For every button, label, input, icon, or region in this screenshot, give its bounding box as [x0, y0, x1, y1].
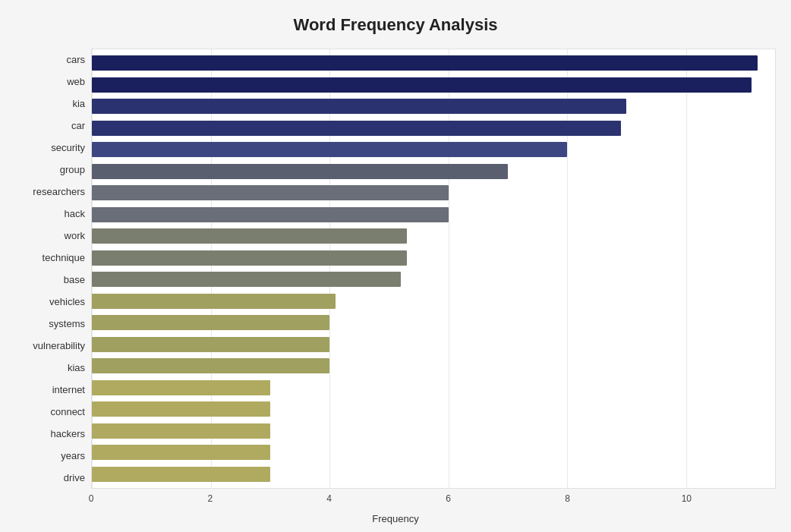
bar-row [92, 225, 775, 247]
chart-container: Word Frequency Analysis carswebkiacarsec… [0, 0, 791, 532]
chart-title: Word Frequency Analysis [15, 15, 776, 35]
chart-area: carswebkiacarsecuritygroupresearchershac… [15, 49, 776, 489]
y-label: connect [50, 407, 85, 417]
x-ticks: 0246810 [91, 493, 776, 508]
y-label: systems [49, 319, 85, 329]
bar [92, 358, 329, 373]
y-label: web [67, 77, 85, 87]
bar-row [92, 269, 775, 291]
y-label: drive [64, 473, 85, 483]
bar-row [92, 161, 775, 183]
x-tick: 10 [682, 493, 692, 504]
y-label: researchers [33, 187, 85, 197]
x-axis-area: 0246810 Frequency [15, 493, 776, 524]
bar [92, 55, 758, 71]
bars-area [91, 49, 776, 489]
bars-inner [92, 49, 775, 488]
x-tick: 6 [446, 493, 451, 504]
y-label: car [71, 121, 85, 131]
y-label: technique [43, 253, 85, 263]
bar-row [92, 74, 775, 96]
x-tick: 8 [565, 493, 570, 504]
bar [92, 185, 449, 200]
bar [92, 423, 270, 439]
bar [92, 121, 621, 136]
bar-row [92, 312, 775, 334]
y-label: base [64, 275, 85, 285]
bar-row [92, 420, 775, 442]
bar [92, 99, 626, 114]
bar-row [92, 377, 775, 399]
y-label: internet [52, 385, 85, 395]
bar [92, 445, 270, 460]
y-label: hackers [50, 429, 85, 439]
bar [92, 337, 329, 352]
bar-row [92, 96, 775, 118]
bar-row [92, 291, 775, 313]
bar-row [92, 442, 775, 464]
bar [92, 250, 407, 266]
x-tick: 2 [208, 493, 213, 504]
bar [92, 401, 270, 417]
bar-row [92, 464, 775, 486]
bar [92, 77, 752, 93]
y-label: hack [65, 209, 85, 219]
y-label: vulnerability [33, 341, 85, 351]
bar [92, 315, 329, 330]
bar [92, 142, 567, 157]
bar [92, 164, 508, 179]
y-label: work [65, 231, 85, 241]
bar [92, 380, 270, 395]
bar-row [92, 118, 775, 140]
bar [92, 228, 407, 244]
y-axis: carswebkiacarsecuritygroupresearchershac… [15, 49, 91, 489]
bar-row [92, 52, 775, 74]
bar-row [92, 247, 775, 269]
bar-row [92, 334, 775, 356]
y-label: kias [68, 363, 85, 373]
y-label: security [51, 143, 85, 153]
bar-row [92, 398, 775, 420]
bar-row [92, 182, 775, 204]
x-tick: 4 [326, 493, 332, 504]
y-label: vehicles [49, 297, 85, 307]
x-axis-label: Frequency [15, 513, 776, 524]
y-label: years [61, 451, 85, 461]
y-label: group [60, 165, 85, 175]
bar-row [92, 139, 775, 161]
y-label: cars [66, 55, 85, 65]
bar [92, 467, 270, 482]
y-label: kia [72, 99, 85, 109]
bar [92, 272, 401, 287]
bar-row [92, 355, 775, 377]
bar [92, 294, 336, 309]
x-tick: 0 [89, 493, 94, 504]
bar-row [92, 204, 775, 226]
bar [92, 207, 449, 222]
